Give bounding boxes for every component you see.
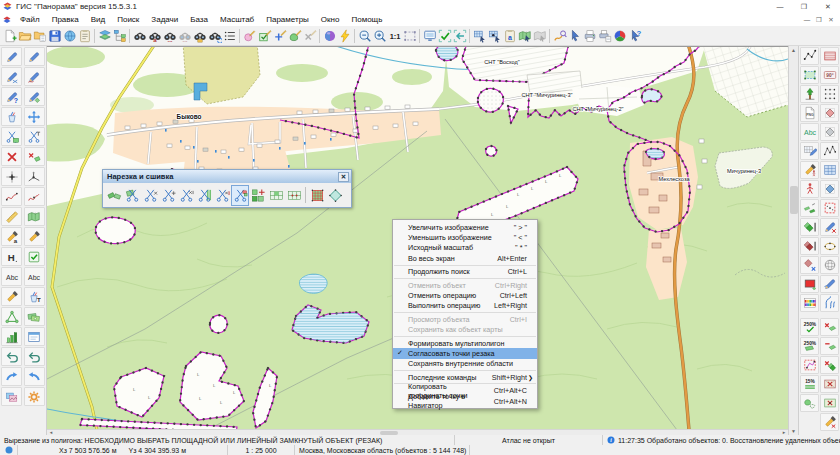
data-tree-button[interactable] bbox=[112, 27, 127, 44]
fill-red-button[interactable] bbox=[800, 275, 819, 293]
select-object-button[interactable] bbox=[287, 27, 302, 44]
points-grid-button[interactable] bbox=[820, 85, 839, 103]
select-add-button[interactable] bbox=[272, 27, 287, 44]
menu-9[interactable]: Помощь bbox=[345, 15, 388, 24]
view-3d-button[interactable] bbox=[322, 27, 337, 44]
save-map-button[interactable] bbox=[47, 27, 62, 44]
float-toolbar-title[interactable]: Нарезка и сшивка ✕ bbox=[103, 170, 351, 183]
context-menu-item[interactable]: Отменить операциюCtrl+Left bbox=[393, 290, 537, 300]
menu-8[interactable]: Окно bbox=[315, 15, 346, 24]
grid-blue-button[interactable] bbox=[820, 161, 839, 179]
object-attributes-button[interactable]: a bbox=[502, 27, 517, 44]
polygon-red-button[interactable] bbox=[820, 104, 839, 122]
map-passport-button[interactable] bbox=[77, 27, 92, 44]
edit-curve-button[interactable] bbox=[24, 67, 45, 86]
cut-by-object-button[interactable] bbox=[123, 185, 141, 206]
view-full-screen-button[interactable] bbox=[422, 27, 437, 44]
polyline-m-button[interactable] bbox=[820, 142, 839, 160]
find-button[interactable] bbox=[132, 27, 147, 44]
confirm-box-button[interactable] bbox=[24, 247, 45, 266]
cost-tools-button[interactable] bbox=[24, 307, 45, 326]
context-menu-item[interactable]: ✓Согласовать точки резака bbox=[393, 348, 537, 358]
pointer-button[interactable] bbox=[567, 27, 582, 44]
vertical-scrollbar-thumb[interactable] bbox=[790, 186, 798, 214]
hatch-area-button[interactable] bbox=[820, 47, 839, 65]
polygon-blue-button[interactable] bbox=[820, 180, 839, 198]
print-button[interactable] bbox=[582, 27, 597, 44]
window-props-button[interactable] bbox=[24, 327, 45, 346]
open-map-button[interactable] bbox=[17, 27, 32, 44]
undo-2-button[interactable] bbox=[24, 347, 45, 366]
highlight-name-button[interactable]: a bbox=[1, 227, 22, 246]
light-delete-button[interactable] bbox=[820, 413, 839, 431]
measure-route-button[interactable] bbox=[552, 27, 567, 44]
edit-spline-button[interactable] bbox=[1, 187, 22, 206]
edit-wave-button[interactable] bbox=[820, 275, 839, 293]
zoom-out-button[interactable] bbox=[357, 27, 372, 44]
polygon-gray-button[interactable] bbox=[820, 123, 839, 141]
context-help-button[interactable]: ? bbox=[627, 27, 642, 44]
text-abc-button[interactable]: Abc bbox=[1, 267, 22, 286]
new-map-button[interactable] bbox=[2, 27, 17, 44]
map-objects-button[interactable] bbox=[24, 207, 45, 226]
close-button[interactable]: ✕ bbox=[816, 0, 840, 13]
run-task-button[interactable] bbox=[337, 27, 352, 44]
settings-button[interactable] bbox=[24, 387, 45, 406]
context-menu-item[interactable]: Отменить объектCtrl+Right bbox=[393, 280, 537, 290]
zoom-15-button[interactable]: 15% bbox=[800, 375, 819, 393]
find-in-area-button[interactable] bbox=[192, 27, 207, 44]
figure-red-button[interactable] bbox=[800, 180, 819, 198]
menu-3[interactable]: Поиск bbox=[111, 15, 145, 24]
child-window-controls[interactable]: —❐✕ bbox=[801, 16, 840, 24]
sew-sheets-button[interactable] bbox=[267, 185, 285, 206]
minimize-button[interactable]: — bbox=[768, 0, 792, 13]
print-preview-button[interactable] bbox=[597, 27, 612, 44]
edit-area-button[interactable] bbox=[24, 87, 45, 106]
shapes-green-button[interactable] bbox=[800, 394, 819, 412]
edit-tools-button[interactable] bbox=[1, 107, 22, 126]
vertical-scrollbar[interactable]: ▲▼ bbox=[788, 46, 798, 435]
context-menu-item[interactable]: Формировать мультиполигон bbox=[393, 338, 537, 348]
delete-object-button[interactable] bbox=[1, 147, 22, 166]
polygon-delete-button[interactable] bbox=[800, 256, 819, 274]
edit-cross-button[interactable] bbox=[820, 218, 839, 236]
cut-with-join-button[interactable] bbox=[159, 185, 177, 206]
step-back-button[interactable] bbox=[452, 27, 467, 44]
rotate-90-button[interactable]: 90° bbox=[820, 66, 839, 84]
curves-blue-button[interactable] bbox=[820, 294, 839, 312]
frame-delete-button[interactable] bbox=[820, 375, 839, 393]
delete-part-button[interactable] bbox=[24, 147, 45, 166]
find-continue-button[interactable]: ... bbox=[162, 27, 177, 44]
menu-0[interactable]: Файл bbox=[14, 15, 46, 24]
context-menu-item[interactable]: Исходный масштаб" * " bbox=[393, 243, 537, 253]
polygon-green-bar-button[interactable] bbox=[800, 218, 819, 236]
move-point-button[interactable] bbox=[1, 167, 22, 186]
map-pointer-button[interactable] bbox=[517, 27, 532, 44]
context-menu-item[interactable]: Во весь экранAlt+Enter bbox=[393, 253, 537, 263]
steps-green-button[interactable] bbox=[800, 199, 819, 217]
cut-delete-part-button[interactable] bbox=[177, 185, 195, 206]
redo-button[interactable] bbox=[1, 367, 22, 386]
edit-spline-2-button[interactable] bbox=[24, 187, 45, 206]
text-abc-2-button[interactable]: Abc bbox=[24, 267, 45, 286]
menu-4[interactable]: Задачи bbox=[145, 15, 184, 24]
select-red-poly-button[interactable] bbox=[800, 356, 819, 374]
menu-6[interactable]: Масштаб bbox=[214, 15, 260, 24]
polyline-points-button[interactable] bbox=[800, 47, 819, 65]
cut-agree-points-button[interactable] bbox=[231, 185, 249, 206]
move-object-button[interactable] bbox=[24, 107, 45, 126]
menu-7[interactable]: Параметры bbox=[260, 15, 315, 24]
scale-1-1-button[interactable]: 1:1 bbox=[387, 27, 402, 44]
sew-by-points-button[interactable] bbox=[285, 185, 303, 206]
export-png-button[interactable]: PNG bbox=[800, 104, 819, 122]
highlight-2-button[interactable] bbox=[24, 227, 45, 246]
cut-by-stripes-button[interactable] bbox=[195, 185, 213, 206]
palette-rows-button[interactable] bbox=[800, 294, 819, 312]
menu-5[interactable]: База bbox=[184, 15, 214, 24]
topology-branch-button[interactable] bbox=[24, 167, 45, 186]
create-object-button[interactable] bbox=[1, 47, 22, 66]
open-database-button[interactable] bbox=[32, 27, 47, 44]
cut-fragment-button[interactable] bbox=[1, 127, 22, 146]
menu-1[interactable]: Правка bbox=[46, 15, 85, 24]
redo-2-button[interactable] bbox=[24, 367, 45, 386]
